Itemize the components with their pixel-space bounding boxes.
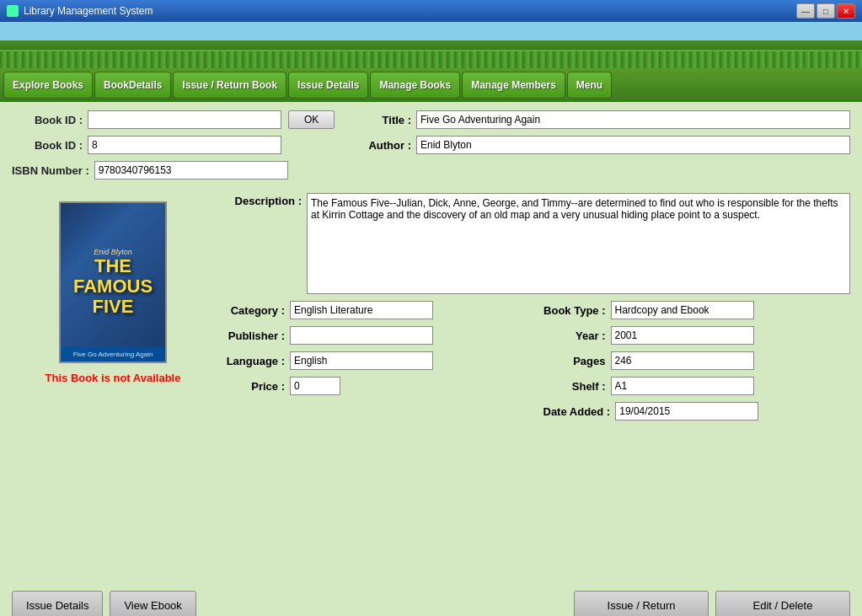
price-label: Price :	[222, 380, 290, 393]
book-id-input-1[interactable]	[88, 110, 281, 129]
right-panel: Description : The Famous Five--Julian, D…	[222, 193, 850, 420]
content-area: Enid Blyton THE FAMOUS FIVE Five Go Adve…	[12, 193, 850, 420]
title-bar: Library Management System — □ ✕	[0, 0, 862, 22]
app-title: Library Management System	[24, 5, 153, 17]
title-bar-left: Library Management System	[7, 5, 153, 17]
price-input[interactable]	[290, 377, 340, 395]
main-content: Book ID : OK Book ID : ISBN Number : Tit…	[0, 102, 862, 584]
author-label: Author :	[357, 139, 416, 152]
publisher-cell: Publisher :	[222, 326, 530, 345]
shelf-cell: Shelf :	[543, 377, 851, 395]
nav-explore-books[interactable]: Explore Books	[3, 72, 93, 99]
language-cell: Language :	[222, 351, 530, 370]
date-added-input[interactable]	[615, 402, 758, 420]
publisher-label: Publisher :	[222, 329, 290, 342]
title-bar-controls: — □ ✕	[796, 3, 855, 19]
left-panel: Enid Blyton THE FAMOUS FIVE Five Go Adve…	[12, 193, 214, 420]
year-input[interactable]	[611, 326, 754, 345]
spacer-cell	[222, 402, 530, 420]
nav-manage-members[interactable]: Manage Members	[462, 72, 565, 99]
date-added-label: Date Added :	[543, 405, 616, 418]
book-id-label-1: Book ID :	[12, 114, 88, 126]
date-added-cell: Date Added :	[543, 402, 851, 420]
app-icon	[7, 5, 19, 17]
category-input[interactable]	[290, 301, 433, 319]
desc-label: Description :	[222, 193, 307, 294]
isbn-input[interactable]	[94, 161, 288, 179]
details-form: Category : Book Type : Publisher : Year …	[222, 301, 850, 420]
edit-delete-button[interactable]: Edit / Delete	[715, 591, 850, 616]
year-label: Year :	[543, 329, 611, 342]
cover-subtitle: Five Go Adventuring Again	[61, 347, 165, 362]
nav-issue-return[interactable]: Issue / Return Book	[173, 72, 286, 99]
desc-textarea[interactable]: The Famous Five--Julian, Dick, Anne, Geo…	[307, 193, 850, 294]
close-button[interactable]: ✕	[837, 3, 855, 19]
title-input[interactable]	[416, 110, 850, 129]
nav-manage-books[interactable]: Manage Books	[370, 72, 460, 99]
year-cell: Year :	[543, 326, 851, 345]
ok-button[interactable]: OK	[288, 110, 335, 129]
author-input[interactable]	[416, 136, 850, 154]
isbn-label: ISBN Number :	[12, 164, 94, 177]
book-type-input[interactable]	[611, 301, 754, 319]
pages-label: Pages	[543, 355, 611, 367]
book-type-label: Book Type :	[543, 304, 611, 317]
publisher-input[interactable]	[290, 326, 433, 345]
issue-details-button[interactable]: Issue Details	[12, 591, 103, 616]
nav-book-details[interactable]: BookDetails	[94, 72, 171, 99]
nav-issue-details[interactable]: Issue Details	[288, 72, 368, 99]
issue-return-button[interactable]: Issue / Return	[574, 591, 709, 616]
minimize-button[interactable]: —	[796, 3, 815, 19]
availability-status: This Book is not Available	[12, 372, 214, 384]
pages-input[interactable]	[611, 351, 754, 370]
category-cell: Category :	[222, 301, 530, 319]
pages-cell: Pages	[543, 351, 851, 370]
language-input[interactable]	[290, 351, 433, 370]
book-id-label-2: Book ID :	[12, 139, 88, 152]
nav-menu[interactable]: Menu	[567, 72, 612, 99]
grass-banner	[0, 22, 862, 68]
view-ebook-button[interactable]: View Ebook	[110, 591, 195, 616]
maximize-button[interactable]: □	[816, 3, 835, 19]
title-label: Title :	[357, 114, 416, 126]
shelf-label: Shelf :	[543, 380, 611, 393]
description-area: Description : The Famous Five--Julian, D…	[222, 193, 850, 294]
language-label: Language :	[222, 355, 290, 367]
bottom-bar: Issue Details View Ebook Issue / Return …	[0, 584, 862, 616]
category-label: Category :	[222, 304, 290, 317]
book-id-input-2[interactable]	[88, 136, 281, 154]
nav-bar: Explore Books BookDetails Issue / Return…	[0, 68, 862, 102]
cover-title: THE FAMOUS FIVE	[73, 256, 153, 318]
book-type-cell: Book Type :	[543, 301, 851, 319]
price-cell: Price :	[222, 377, 530, 395]
shelf-input[interactable]	[611, 377, 754, 395]
book-cover: Enid Blyton THE FAMOUS FIVE Five Go Adve…	[59, 201, 167, 363]
